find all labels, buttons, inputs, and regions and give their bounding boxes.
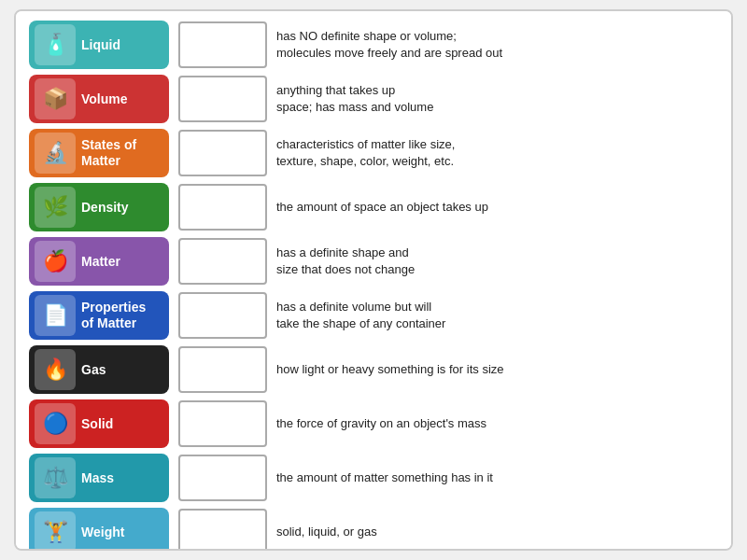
match-row: 🔥Gashow light or heavy something is for … xyxy=(29,345,718,394)
answer-box-volume[interactable] xyxy=(178,76,267,122)
term-btn-liquid[interactable]: 🧴Liquid xyxy=(29,21,169,69)
answer-box-properties-of-matter[interactable] xyxy=(178,292,267,339)
definition-liquid: has NO definite shape or volume;molecule… xyxy=(276,28,718,62)
answer-box-mass[interactable] xyxy=(178,455,267,501)
term-btn-mass[interactable]: ⚖️Mass xyxy=(29,454,169,502)
term-btn-properties-of-matter[interactable]: 📄Propertiesof Matter xyxy=(29,291,169,340)
term-icon-mass: ⚖️ xyxy=(35,457,76,498)
match-row: 📄Propertiesof Matterhas a definite volum… xyxy=(29,291,718,340)
answer-box-density[interactable] xyxy=(178,184,267,231)
term-label-properties-of-matter: Propertiesof Matter xyxy=(81,300,163,331)
term-btn-weight[interactable]: 🏋️Weight xyxy=(29,508,169,551)
match-row: ⚖️Massthe amount of matter something has… xyxy=(29,454,718,502)
definition-states-of-matter: characteristics of matter like size,text… xyxy=(276,136,718,170)
term-icon-weight: 🏋️ xyxy=(35,511,76,551)
main-container: 🧴Liquidhas NO definite shape or volume;m… xyxy=(14,9,733,551)
term-label-liquid: Liquid xyxy=(81,37,163,53)
term-btn-states-of-matter[interactable]: 🔬States ofMatter xyxy=(29,129,169,177)
definition-density: the amount of space an object takes up xyxy=(276,199,718,216)
term-icon-density: 🌿 xyxy=(35,187,76,228)
term-label-density: Density xyxy=(81,200,163,216)
term-btn-volume[interactable]: 📦Volume xyxy=(29,75,169,123)
answer-box-liquid[interactable] xyxy=(178,21,267,68)
answer-box-matter[interactable] xyxy=(178,238,267,285)
term-label-weight: Weight xyxy=(81,525,163,540)
match-row: 🔵Solidthe force of gravity on an object'… xyxy=(29,399,718,448)
term-label-volume: Volume xyxy=(81,91,163,107)
term-label-solid: Solid xyxy=(81,416,163,432)
definition-volume: anything that takes upspace; has mass an… xyxy=(276,82,718,116)
answer-box-weight[interactable] xyxy=(178,509,267,551)
term-icon-matter: 🍎 xyxy=(35,241,76,282)
definition-weight: solid, liquid, or gas xyxy=(276,524,718,540)
term-label-states-of-matter: States ofMatter xyxy=(81,137,163,169)
term-icon-solid: 🔵 xyxy=(35,403,76,444)
match-row: 🔬States ofMattercharacteristics of matte… xyxy=(29,129,718,177)
match-row: 🌿Densitythe amount of space an object ta… xyxy=(29,183,718,231)
term-btn-matter[interactable]: 🍎Matter xyxy=(29,237,169,286)
term-icon-states-of-matter: 🔬 xyxy=(35,133,76,174)
term-icon-liquid: 🧴 xyxy=(35,24,76,65)
term-icon-properties-of-matter: 📄 xyxy=(35,295,76,336)
term-icon-gas: 🔥 xyxy=(35,349,76,390)
answer-box-solid[interactable] xyxy=(178,400,267,447)
term-label-matter: Matter xyxy=(81,254,163,270)
term-icon-volume: 📦 xyxy=(35,78,76,119)
match-row: 🍎Matterhas a definite shape andsize that… xyxy=(29,237,718,286)
definition-matter: has a definite shape andsize that does n… xyxy=(276,245,718,278)
term-btn-gas[interactable]: 🔥Gas xyxy=(29,345,169,394)
match-row: 🏋️Weightsolid, liquid, or gas xyxy=(29,508,718,551)
answer-box-states-of-matter[interactable] xyxy=(178,130,267,176)
match-row: 📦Volumeanything that takes upspace; has … xyxy=(29,75,718,123)
term-btn-solid[interactable]: 🔵Solid xyxy=(29,399,169,448)
term-label-gas: Gas xyxy=(81,362,163,378)
match-row: 🧴Liquidhas NO definite shape or volume;m… xyxy=(29,21,718,69)
definition-gas: how light or heavy something is for its … xyxy=(276,361,718,378)
term-btn-density[interactable]: 🌿Density xyxy=(29,183,169,231)
term-label-mass: Mass xyxy=(81,470,163,486)
answer-box-gas[interactable] xyxy=(178,346,267,393)
definition-mass: the amount of matter something has in it xyxy=(276,469,718,486)
definition-solid: the force of gravity on an object's mass xyxy=(276,415,718,432)
definition-properties-of-matter: has a definite volume but willtake the s… xyxy=(276,299,718,332)
